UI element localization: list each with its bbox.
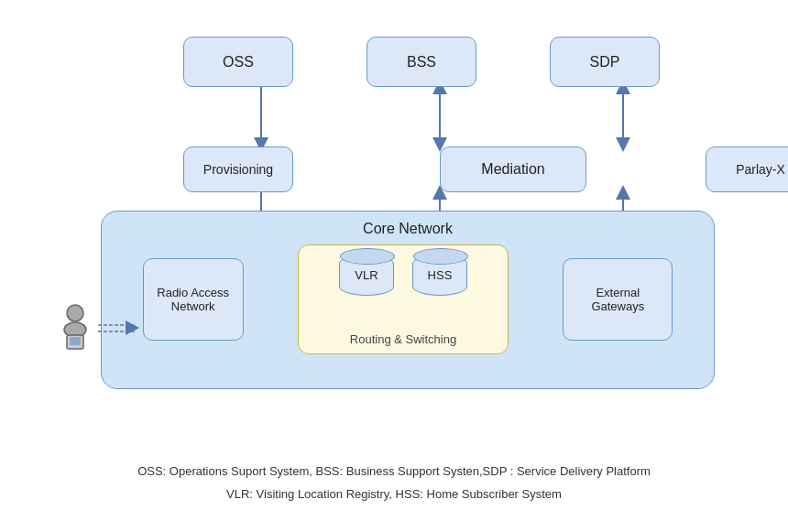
- core-network-label: Core Network: [102, 221, 714, 237]
- routing-label: Routing & Switching: [350, 332, 456, 346]
- mediation-label: Mediation: [481, 161, 544, 178]
- bss-box: BSS: [367, 37, 476, 87]
- footer-line2: VLR: Visiting Location Registry, HSS: Ho…: [0, 485, 788, 505]
- provisioning-label: Provisioning: [203, 162, 273, 177]
- vlr-label: VLR: [355, 268, 378, 282]
- vlr-cylinder: VLR: [339, 255, 394, 296]
- svg-rect-10: [70, 337, 81, 345]
- ran-box: Radio Access Network: [143, 258, 244, 341]
- svg-marker-13: [126, 320, 139, 335]
- hss-cylinder: HSS: [412, 255, 467, 296]
- hss-label: HSS: [428, 268, 453, 282]
- hss-db: HSS: [412, 255, 467, 296]
- routing-switching-area: VLR HSS Routing & Switching: [298, 244, 509, 354]
- parlayx-box: Parlay-X: [706, 147, 788, 192]
- ran-label: Radio Access Network: [144, 281, 243, 318]
- core-network-box: Core Network Radio Access Network VLR HS…: [101, 211, 715, 389]
- sdp-label: SDP: [590, 54, 620, 71]
- user-device-icon: [50, 302, 101, 357]
- mediation-box: Mediation: [440, 147, 586, 192]
- footer: OSS: Operations Suport System, BSS: Busi…: [0, 462, 788, 505]
- footer-line1: OSS: Operations Suport System, BSS: Busi…: [0, 462, 788, 482]
- vlr-db: VLR: [339, 255, 394, 296]
- bss-label: BSS: [407, 54, 436, 71]
- parlayx-label: Parlay-X: [736, 162, 785, 177]
- oss-box: OSS: [183, 37, 293, 87]
- external-gateways-box: External Gateways: [563, 258, 673, 341]
- svg-point-7: [67, 305, 83, 321]
- sdp-box: SDP: [550, 37, 660, 87]
- external-gateways-label: External Gateways: [564, 281, 672, 318]
- provisioning-box: Provisioning: [183, 147, 293, 192]
- oss-label: OSS: [223, 54, 254, 71]
